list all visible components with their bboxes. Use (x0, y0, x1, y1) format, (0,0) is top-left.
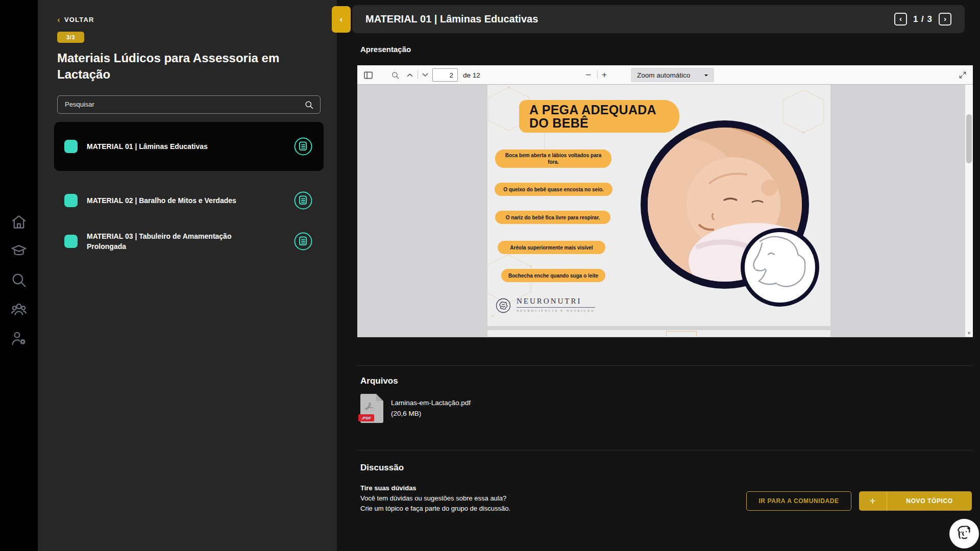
community-button[interactable]: IR PARA A COMUNIDADE (746, 491, 851, 511)
file-size: (20,6 MB) (391, 409, 471, 419)
chevron-down-icon (703, 72, 709, 78)
pdf-page-input[interactable] (432, 68, 458, 82)
book-circle-icon (293, 136, 313, 157)
book-circle-icon (293, 190, 313, 211)
file-name: Laminas-em-Lactação.pdf (391, 398, 471, 409)
pdf-page-count: de 12 (463, 65, 480, 85)
pdf-next-page-preview (487, 330, 830, 337)
material-label: MATERIAL 02 | Baralho de Mitos e Verdade… (87, 195, 265, 206)
zoom-mode-label: Zoom automático (637, 71, 690, 79)
lesson-title: MATERIAL 01 | Lâminas Educativas (365, 13, 538, 25)
collapse-chevron-icon: ‹ (340, 15, 342, 24)
slide-logo-tagline: NEUROCIÊNCIA E NUTRIÇÃO (517, 309, 595, 312)
app-rail (0, 0, 38, 551)
slide-bullet: Boca bem aberta e lábios voltados para f… (495, 149, 611, 168)
pdf-badge: .PDF (358, 414, 374, 421)
plus-icon: + (859, 491, 887, 511)
presentation-section-title: Apresentação (360, 45, 411, 54)
course-title: Materiais Lúdicos para Assessoria em Lac… (57, 50, 297, 83)
slide-bullet: Aréola superiormente mais visível (498, 241, 605, 254)
files-section-title: Arquivos (360, 376, 398, 386)
search-input[interactable] (58, 96, 320, 113)
toolbar-divider (418, 70, 418, 79)
zoom-out-button[interactable]: − (585, 65, 591, 85)
slide-logo: NEURONUTRI NEUROCIÊNCIA E NUTRIÇÃO (495, 297, 595, 316)
latch-diagram (741, 228, 819, 307)
material-label: MATERIAL 01 | Lâminas Educativas (87, 141, 265, 152)
sidebar-collapse-button[interactable]: ‹ (332, 6, 351, 33)
support-chat-widget[interactable] (949, 519, 979, 548)
search-icon[interactable] (10, 271, 28, 289)
discussion-line2: Crie um tópico e faça parte do grupo de … (360, 504, 510, 514)
pager-next-button[interactable]: › (939, 13, 951, 26)
zoom-in-button[interactable]: + (602, 65, 607, 85)
chevron-left-icon: ‹ (899, 15, 902, 22)
fullscreen-icon[interactable] (959, 65, 967, 85)
discussion-intro: Tire suas dúvidas Você tem dúvidas ou su… (360, 483, 510, 514)
material-color-square (64, 140, 78, 153)
pdf-find-icon[interactable] (391, 65, 400, 85)
pager-label: 1 / 3 (913, 14, 933, 24)
pdf-sidebar-toggle-icon[interactable] (363, 65, 373, 85)
section-divider (357, 365, 973, 366)
file-row[interactable]: .PDF Laminas-em-Lactação.pdf (20,6 MB) (360, 394, 471, 423)
slide-title-line1: A PEGA ADEQUADA (529, 103, 679, 116)
courses-icon[interactable] (10, 242, 28, 260)
back-label: VOLTAR (64, 16, 94, 23)
material-item-3[interactable]: MATERIAL 03 | Tabuleiro de Amamentação P… (54, 223, 324, 260)
slide-title-banner: A PEGA ADEQUADA DO BEBÊ (519, 100, 679, 133)
section-divider (357, 450, 973, 450)
scroll-down-icon[interactable]: ▼ (965, 331, 973, 336)
course-sidebar: ‹ VOLTAR 3/3 Materiais Lúdicos para Asse… (38, 0, 337, 551)
material-list: MATERIAL 01 | Lâminas Educativas MATERIA… (54, 122, 324, 260)
pdf-page: A PEGA ADEQUADA DO BEBÊ Boca bem aberta … (487, 85, 830, 326)
lesson-header: MATERIAL 01 | Lâminas Educativas ‹ 1 / 3… (352, 5, 965, 33)
progress-badge: 3/3 (57, 32, 84, 43)
discussion-section-title: Discussão (360, 463, 404, 473)
magnifier-icon (304, 100, 314, 110)
slide-bullet: Bochecha enche quando suga o leite (501, 269, 605, 282)
lesson-pager: ‹ 1 / 3 › (894, 13, 951, 26)
toolbar-divider (597, 70, 598, 79)
community-icon[interactable] (10, 300, 28, 318)
slide-logo-text: NEURONUTRI (517, 297, 595, 308)
back-chevron-icon: ‹ (57, 15, 61, 24)
slide-bullet: O queixo do bebê quase encosta no seio. (495, 183, 612, 196)
pdf-viewer: de 12 − + Zoom automático A PEGA ADEQUAD… (357, 65, 973, 337)
material-color-square (64, 194, 78, 207)
hexagon-decoration (780, 89, 826, 145)
scrollbar-thumb[interactable] (966, 114, 972, 163)
material-label: MATERIAL 03 | Tabuleiro de Amamentação P… (87, 231, 265, 252)
pdf-file-icon: .PDF (360, 394, 383, 423)
pager-prev-button[interactable]: ‹ (894, 13, 907, 26)
slide-bullet: O nariz do bebê fica livre para respirar… (495, 211, 610, 224)
sidebar-search (57, 95, 321, 114)
sketch-face-icon (953, 522, 975, 545)
back-button[interactable]: ‹ VOLTAR (57, 15, 321, 24)
pdf-prev-page-icon[interactable] (406, 65, 413, 85)
material-item-2[interactable]: MATERIAL 02 | Baralho de Mitos e Verdade… (54, 182, 324, 219)
home-icon[interactable] (10, 213, 28, 231)
chevron-right-icon: › (944, 15, 946, 22)
slide-title-line2: DO BEBÊ (529, 116, 679, 130)
pdf-page-area: A PEGA ADEQUADA DO BEBÊ Boca bem aberta … (357, 85, 973, 337)
pdf-scrollbar: ▼ (965, 85, 973, 337)
book-circle-icon (293, 231, 313, 252)
account-settings-icon[interactable] (10, 330, 28, 347)
neuronutri-logo-icon (495, 297, 512, 316)
pdf-toolbar: de 12 − + Zoom automático (357, 65, 973, 85)
material-color-square (64, 235, 78, 248)
discussion-subtitle: Tire suas dúvidas (360, 483, 510, 493)
pdf-next-page-icon[interactable] (422, 65, 429, 85)
new-topic-button[interactable]: + NOVO TÓPICO (859, 491, 972, 511)
material-item-1[interactable]: MATERIAL 01 | Lâminas Educativas (54, 122, 324, 171)
discussion-line1: Você tem dúvidas ou sugestões sobre essa… (360, 493, 510, 504)
zoom-mode-select[interactable]: Zoom automático (631, 68, 714, 82)
